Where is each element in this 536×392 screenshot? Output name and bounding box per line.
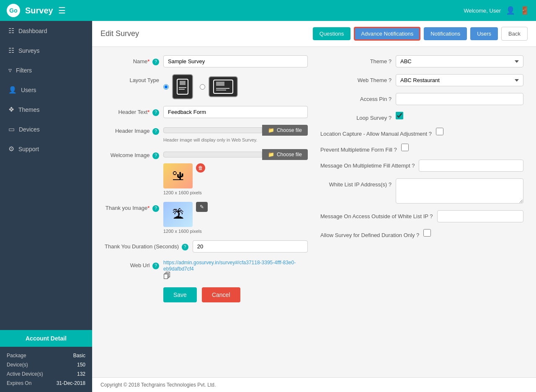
access-pin-row: Access Pin ?	[320, 93, 523, 105]
user-icon[interactable]: 👤	[506, 6, 515, 15]
name-input[interactable]	[163, 55, 308, 67]
welcome-image-choose-btn[interactable]: 📁 Choose file	[262, 149, 308, 160]
footer-copyright: Copyright © 2018 Techgrains Technologies…	[100, 382, 216, 388]
header-text-help-icon[interactable]: ?	[152, 109, 159, 116]
sidebar: ☷ Dashboard ☷ Surveys ▿ Filters 👤 Users …	[0, 21, 92, 392]
web-theme-help-icon[interactable]: ?	[389, 77, 392, 83]
thankyou-image-field: 🏝 ✎ 1200 x 1600 pixels	[163, 202, 308, 234]
welcome-image-label: Welcome Image ?	[105, 149, 159, 159]
devices-value: 150	[77, 362, 85, 368]
sidebar-item-devices[interactable]: ▭ Devices	[0, 119, 92, 139]
users-button[interactable]: Users	[470, 27, 498, 40]
access-pin-help-icon[interactable]: ?	[389, 96, 392, 102]
location-capture-row: Location Capture - Allow Manual Adjustme…	[320, 128, 523, 137]
header-text-input[interactable]	[163, 106, 308, 118]
copy-icon[interactable]: 🗍	[163, 272, 171, 280]
theme-select[interactable]: ABC Default Modern	[396, 55, 523, 67]
folder-icon2: 📁	[268, 152, 274, 157]
left-column: Name* ? Layout Type	[105, 55, 308, 302]
cancel-button[interactable]: Cancel	[202, 287, 240, 302]
header-image-hint: Header image will display only in Web Su…	[163, 137, 308, 142]
questions-button[interactable]: Questions	[313, 27, 351, 40]
header-image-help-icon[interactable]: ?	[152, 128, 159, 135]
welcome-image-field: 📁 Choose file 🏜 🗑 1200 x 1600 pixels	[163, 149, 308, 195]
layout-type-row: Layout Type	[105, 74, 308, 99]
save-button[interactable]: Save	[163, 287, 197, 302]
message-access-input[interactable]	[437, 210, 523, 222]
welcome-image-help-icon[interactable]: ?	[152, 152, 159, 159]
theme-label: Theme ?	[320, 55, 392, 64]
sidebar-item-themes[interactable]: ❖ Themes	[0, 100, 92, 119]
web-url-link[interactable]: https://admin.gosurvey.in/survey#/cfa371…	[163, 260, 296, 272]
layout-option-landscape[interactable]	[200, 76, 238, 97]
message-access-help-icon[interactable]: ?	[430, 213, 433, 219]
active-devices-value: 132	[77, 371, 85, 377]
header-text-label: Header Text* ?	[105, 106, 159, 116]
sidebar-item-surveys[interactable]: ☷ Surveys	[0, 41, 92, 60]
prevent-multipletime-row: Prevent Multipletime Form Fill ?	[320, 144, 523, 153]
sidebar-label-devices: Devices	[19, 126, 40, 133]
loop-survey-help-icon[interactable]: ?	[389, 115, 392, 121]
expires-label: Expires On	[7, 380, 31, 386]
advance-notifications-button[interactable]: Advance Notifications	[354, 27, 420, 41]
prevent-multipletime-checkbox-field	[401, 144, 409, 151]
themes-icon: ❖	[8, 106, 14, 113]
loop-survey-checkbox[interactable]	[396, 112, 403, 119]
landscape-icon	[209, 76, 238, 97]
content-area: Edit Survey Questions Advance Notificati…	[92, 21, 536, 392]
location-capture-help-icon[interactable]: ?	[429, 131, 432, 137]
access-pin-input[interactable]	[396, 93, 523, 105]
sidebar-item-support[interactable]: ⚙ Support	[0, 139, 92, 159]
account-devices-row: Device(s) 150	[7, 360, 85, 369]
layout-radio-portrait[interactable]	[163, 84, 169, 90]
sidebar-label-themes: Themes	[18, 106, 40, 113]
sidebar-item-filters[interactable]: ▿ Filters	[0, 60, 92, 80]
package-label: Package	[7, 353, 26, 358]
welcome-image-preview-container: 🏜 🗑	[163, 163, 308, 188]
back-button[interactable]: Back	[501, 27, 528, 41]
hamburger-icon[interactable]: ☰	[58, 5, 66, 15]
thankyou-image-edit-btn[interactable]: ✎	[196, 202, 208, 212]
filters-icon: ▿	[8, 66, 12, 74]
web-url-help-icon[interactable]: ?	[152, 263, 159, 269]
message-multipletime-help-icon[interactable]: ?	[412, 162, 415, 169]
top-nav: Go Survey ☰ Welcome, User 👤 🚪	[0, 0, 536, 21]
sidebar-item-dashboard[interactable]: ☷ Dashboard	[0, 21, 92, 41]
thankyou-duration-help-icon[interactable]: ?	[182, 244, 188, 250]
whitelist-ip-textarea[interactable]	[396, 178, 523, 204]
welcome-image-delete-btn[interactable]: 🗑	[196, 163, 205, 173]
layout-option-portrait[interactable]	[163, 74, 193, 99]
message-multipletime-label: Message On Multipletime Fill Attempt ?	[320, 160, 415, 169]
theme-help-icon[interactable]: ?	[389, 58, 392, 64]
devices-label: Device(s)	[7, 362, 28, 368]
thankyou-image-preview-container: 🏝 ✎	[163, 202, 308, 227]
sidebar-nav: ☷ Dashboard ☷ Surveys ▿ Filters 👤 Users …	[0, 21, 92, 330]
logo-text: Survey	[25, 6, 53, 15]
thankyou-image-help-icon[interactable]: ?	[152, 205, 159, 212]
account-detail-header: Account Detail	[0, 330, 92, 347]
message-multipletime-row: Message On Multipletime Fill Attempt ?	[320, 160, 523, 172]
right-column: Theme ? ABC Default Modern Web Theme	[320, 55, 523, 302]
sidebar-item-users[interactable]: 👤 Users	[0, 80, 92, 100]
logout-icon[interactable]: 🚪	[520, 6, 529, 15]
header-image-choose-btn[interactable]: 📁 Choose file	[262, 125, 308, 136]
footer: Copyright © 2018 Techgrains Technologies…	[92, 377, 536, 392]
name-help-icon[interactable]: ?	[152, 59, 159, 65]
whitelist-ip-help-icon[interactable]: ?	[389, 181, 392, 188]
surveys-icon: ☷	[8, 46, 14, 54]
web-theme-select[interactable]: ABC Restaurant Default Modern	[396, 74, 523, 86]
prevent-multipletime-help-icon[interactable]: ?	[394, 147, 397, 153]
prevent-multipletime-checkbox[interactable]	[401, 144, 409, 151]
allow-survey-help-icon[interactable]: ?	[416, 232, 419, 238]
allow-survey-checkbox-field	[423, 229, 431, 237]
layout-radio-landscape[interactable]	[200, 84, 205, 90]
loop-survey-checkbox-field	[396, 112, 403, 119]
notifications-button[interactable]: Notifications	[424, 27, 467, 40]
support-icon: ⚙	[8, 145, 14, 153]
page-header: Edit Survey Questions Advance Notificati…	[92, 21, 536, 47]
thankyou-duration-input[interactable]	[193, 240, 308, 253]
location-capture-checkbox[interactable]	[436, 128, 443, 135]
allow-survey-checkbox[interactable]	[423, 229, 431, 237]
logo-icon: Go	[7, 4, 20, 17]
message-multipletime-input[interactable]	[419, 160, 523, 172]
